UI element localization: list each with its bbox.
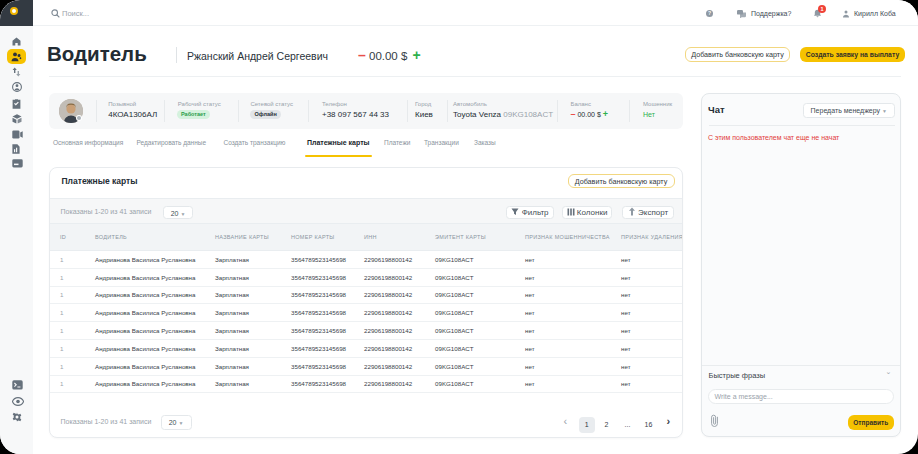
svg-text:?: ? [708,10,711,16]
